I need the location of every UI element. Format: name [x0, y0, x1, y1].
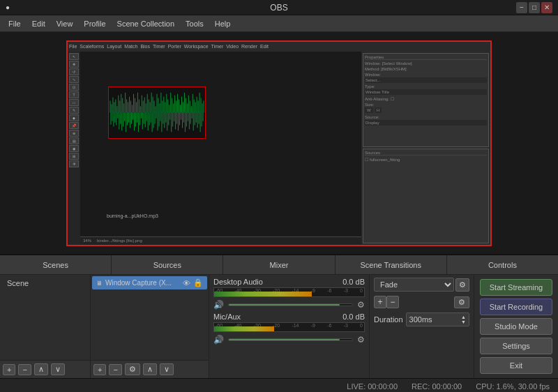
controls-header: Controls — [447, 255, 558, 274]
menu-tools[interactable]: Tools — [180, 18, 209, 29]
sources-up-button[interactable]: ∧ — [143, 363, 157, 375]
transition-settings-button[interactable]: ⚙ — [455, 278, 469, 292]
inner-menu-bios: Bios — [140, 44, 150, 49]
sources-down-button[interactable]: ∨ — [160, 363, 174, 375]
inner-panel-bottom: Sources ☐ fullscreen_fitting — [363, 149, 489, 243]
inner-menu-timer: Timer — [153, 44, 165, 49]
inner-tool-fill: ◆ — [69, 114, 79, 121]
minimize-button[interactable]: − — [516, 2, 527, 13]
inner-menu-layout: Layout — [107, 44, 121, 49]
start-streaming-button[interactable]: Start Streaming — [480, 279, 552, 296]
inner-menu-file: File — [69, 44, 77, 49]
inner-menu-match: Match — [124, 44, 137, 49]
transitions-panel: Fade Cut Swipe Slide ⚙ + − ⚙ Duration 30… — [370, 275, 474, 378]
scenes-up-button[interactable]: ∧ — [34, 363, 48, 375]
inner-panel-top: Properties Window: [Select Window] Metho… — [363, 53, 489, 148]
source-eye-icon[interactable]: 👁 — [183, 279, 190, 287]
inner-menu-video: Video — [226, 44, 239, 49]
transition-add-button[interactable]: + — [374, 296, 386, 308]
menu-view[interactable]: View — [51, 18, 79, 29]
menu-file[interactable]: File — [3, 18, 27, 29]
mixer-mic-mute[interactable]: 🔊 — [213, 335, 224, 345]
sources-add-button[interactable]: + — [93, 364, 106, 375]
inner-menu-render: Render — [241, 44, 257, 49]
sources-remove-button[interactable]: − — [109, 364, 121, 375]
inner-menu-scaleforms: Scaleforms — [80, 44, 104, 49]
status-live: LIVE: 00:00:00 — [347, 382, 398, 391]
duration-arrows: ▲▼ — [461, 315, 466, 324]
scenes-remove-button[interactable]: − — [18, 364, 31, 375]
app-icon: ● — [6, 3, 10, 11]
sources-header: Sources — [112, 255, 223, 274]
inner-sources-content: ☐ fullscreen_fitting — [365, 157, 487, 162]
maximize-button[interactable]: □ — [529, 2, 540, 13]
close-button[interactable]: ✕ — [541, 2, 552, 13]
menu-edit[interactable]: Edit — [27, 18, 51, 29]
transition-type-select[interactable]: Fade Cut Swipe Slide — [374, 278, 454, 292]
scenes-panel: Scene + − ∧ ∨ — [0, 275, 91, 378]
mixer-mic-controls: 🔊 ⚙ — [213, 335, 365, 345]
mixer-desktop-label: Desktop Audio — [213, 278, 263, 286]
inner-tool-move: ✥ — [69, 61, 79, 68]
mixer-mic-gear[interactable]: ⚙ — [357, 335, 365, 345]
mixer-desktop-bar: -60-40-30-20-14-9-6-30 — [213, 287, 365, 297]
inner-tool-select: ↖ — [69, 53, 79, 60]
status-cpu: CPU: 1.6%, 30.00 fps — [476, 382, 550, 391]
title-bar-controls[interactable]: − □ ✕ — [516, 2, 552, 13]
title-bar-left: ● — [6, 3, 10, 11]
mixer-panel: Desktop Audio 0.0 dB -60-40-30-20-14-9-6… — [209, 275, 370, 378]
scene-item[interactable]: Scene — [1, 276, 89, 290]
mixer-mic-fader[interactable] — [228, 338, 353, 341]
inner-menu-workspace: Workspace — [184, 44, 209, 49]
sources-list: 🖥 Window Capture (X... 👁 🔒 — [91, 275, 209, 360]
source-item-window-capture[interactable]: 🖥 Window Capture (X... 👁 🔒 — [92, 276, 207, 289]
inner-menu-bar: File Scaleforms Layout Match Bios Timer … — [68, 42, 490, 52]
settings-button[interactable]: Settings — [480, 338, 552, 354]
menu-profile[interactable]: Profile — [78, 18, 111, 29]
scenes-toolbar: + − ∧ ∨ — [0, 360, 90, 378]
inner-right-panel: Properties Window: [Select Window] Metho… — [361, 52, 490, 245]
inner-main: ↖ ✥ ↺ ⤡ ⊡ T □ ✎ ◆ 📌 ⊕ ▤ ◉ ⊞ 👁 — [68, 52, 490, 245]
inner-tool-zoom: ⊕ — [69, 130, 79, 137]
mixer-mic-bar: -60-40-30-20-14-9-6-30 — [213, 322, 365, 332]
exit-button[interactable]: Exit — [480, 357, 552, 374]
bottom-panel: Scenes Sources Mixer Scene Transitions C… — [0, 255, 558, 378]
source-window-icon: 🖥 — [96, 280, 103, 287]
mixer-mic-fill — [214, 326, 274, 331]
transition-remove-button[interactable]: − — [386, 296, 399, 308]
scenes-down-button[interactable]: ∨ — [51, 363, 65, 375]
mixer-channel-mic: Mic/Aux 0.0 dB -60-40-30-20-14-9-6-30 🔊 … — [213, 312, 365, 345]
inner-panel-bottom-title: Sources — [365, 151, 487, 156]
inner-menu-edit: Edit — [260, 44, 269, 49]
inner-status-file: binder.../fittings [fits].png — [97, 239, 142, 243]
menu-help[interactable]: Help — [209, 18, 236, 29]
inner-menu-porter: Porter — [168, 44, 181, 49]
mixer-mic-header: Mic/Aux 0.0 dB — [213, 312, 365, 321]
duration-value-box[interactable]: 300ms ▲▼ — [406, 312, 469, 326]
source-lock-icon[interactable]: 🔒 — [193, 278, 203, 287]
transition-config-button[interactable]: ⚙ — [454, 296, 469, 308]
inner-tool-scale: ⤡ — [69, 76, 79, 83]
inner-tool-eye: 👁 — [69, 160, 79, 167]
waveform-container — [108, 86, 206, 139]
mixer-desktop-db: 0.0 dB — [342, 278, 365, 286]
mixer-desktop-mute[interactable]: 🔊 — [213, 300, 224, 310]
sources-settings-button[interactable]: ⚙ — [125, 363, 140, 375]
mixer-desktop-fader[interactable] — [228, 303, 353, 306]
mp3-filename: burning-a...pUkHO.mp3 — [107, 213, 158, 218]
studio-mode-button[interactable]: Studio Mode — [480, 318, 552, 335]
inner-tool-text: T — [69, 91, 79, 98]
status-bar: LIVE: 00:00:00 REC: 00:00:00 CPU: 1.6%, … — [0, 378, 558, 392]
start-recording-button[interactable]: Start Recording — [480, 299, 552, 315]
sources-panel: 🖥 Window Capture (X... 👁 🔒 + − ⚙ ∧ ∨ — [91, 275, 209, 378]
waveform-svg — [109, 87, 205, 138]
controls-panel: Start Streaming Start Recording Studio M… — [474, 275, 558, 378]
preview-area: File Scaleforms Layout Match Bios Timer … — [0, 32, 558, 255]
scenes-add-button[interactable]: + — [3, 364, 15, 375]
inner-properties-content: Window: [Select Window] Method: [BitBlt/… — [365, 61, 487, 126]
mixer-desktop-gear[interactable]: ⚙ — [357, 300, 365, 310]
menu-scene-collection[interactable]: Scene Collection — [112, 18, 181, 29]
mixer-channel-desktop: Desktop Audio 0.0 dB -60-40-30-20-14-9-6… — [213, 278, 365, 310]
inner-panel-top-title: Properties — [365, 55, 487, 60]
inner-tool-crop: ⊡ — [69, 84, 79, 91]
